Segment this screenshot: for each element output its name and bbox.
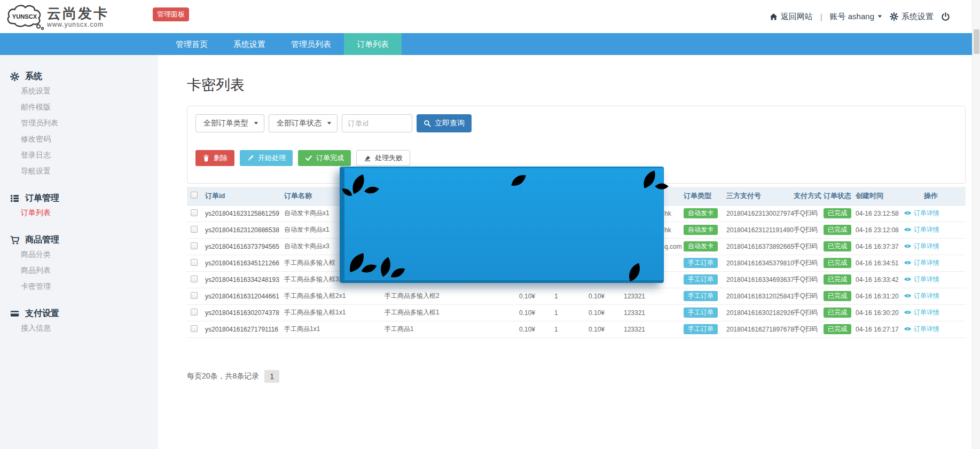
start-process-button[interactable]: 开始处理 [240, 150, 293, 166]
cell-price: 0.10¥ [519, 309, 535, 317]
search-button[interactable]: 立即查询 [417, 114, 472, 132]
header-menu: 返回网站 | 账号 ashang 系统设置 [770, 12, 950, 22]
leaf-icon [624, 262, 645, 282]
home-icon [770, 13, 778, 21]
eye-icon [904, 259, 912, 266]
order-detail-link[interactable]: 订单详情 [904, 325, 939, 334]
eye-icon [904, 309, 912, 316]
cell-qty: 1 [554, 293, 558, 300]
cell-pay-method: 手Q扫码 [794, 325, 818, 333]
sidebar-item-product-list[interactable]: 商品列表 [0, 262, 158, 278]
order-status-badge: 已完成 [824, 258, 851, 268]
row-checkbox[interactable] [191, 325, 198, 332]
system-settings-link[interactable]: 系统设置 [890, 12, 934, 22]
order-complete-button[interactable]: 订单完成 [298, 150, 351, 166]
sidebar-section-label: 商品管理 [25, 234, 59, 246]
column-header-order-status: 订单状态 [821, 187, 853, 205]
order-status-badge: 已完成 [824, 324, 851, 334]
vertical-scrollbar[interactable] [972, 0, 980, 449]
row-checkbox[interactable] [191, 275, 198, 282]
delete-button[interactable]: 删除 [195, 150, 234, 166]
eye-icon [904, 210, 912, 216]
pencil-icon [247, 154, 254, 162]
sidebar-item-mail-template[interactable]: 邮件模版 [0, 99, 158, 115]
order-detail-link[interactable]: 订单详情 [904, 225, 939, 234]
nav-tab-orders[interactable]: 订单列表 [344, 33, 402, 55]
process-fail-button[interactable]: 处理失败 [356, 150, 410, 166]
order-status-select[interactable]: 全部订单状态 [269, 114, 338, 132]
cell-order-id: ys2018041616345121266 [205, 259, 279, 267]
cell-pay-method: 手Q扫码 [794, 292, 818, 300]
search-button-label: 立即查询 [435, 119, 465, 128]
column-header-pay-no: 三方支付号 [724, 187, 791, 205]
order-detail-link[interactable]: 订单详情 [904, 292, 939, 301]
sidebar-item-access-info[interactable]: 接入信息 [0, 320, 158, 336]
nav-tab-home[interactable]: 管理首页 [163, 33, 221, 55]
cell-order-name: 手工商品1x1 [284, 325, 320, 333]
sidebar-item-system-settings[interactable]: 系统设置 [0, 83, 158, 99]
cell-pay-method: 手Q扫码 [794, 209, 818, 217]
logout-button[interactable] [941, 12, 950, 21]
cell-order-id: ys2018041616302074378 [205, 309, 279, 317]
pagination-summary: 每页20条，共8条记录 [187, 372, 259, 381]
order-detail-link[interactable]: 订单详情 [904, 242, 939, 251]
nav-tab-settings[interactable]: 系统设置 [221, 33, 278, 55]
cell-order-name: 手工商品多输入框2x1 [284, 292, 346, 300]
order-row: ys2018041616312044661手工商品多输入框2x1手工商品多输入框… [187, 288, 966, 304]
sidebar-item-nav-settings[interactable]: 导航设置 [0, 163, 158, 179]
cell-pay-no: 2018041616345379810 [726, 259, 794, 267]
order-detail-link[interactable]: 订单详情 [904, 258, 939, 267]
eye-icon [904, 226, 912, 233]
back-to-site-link[interactable]: 返回网站 [770, 12, 813, 22]
chevron-down-icon [327, 121, 332, 125]
scrollbar-thumb[interactable] [974, 29, 979, 54]
eye-icon [904, 293, 912, 299]
column-header-action: 操作 [901, 187, 966, 205]
row-checkbox[interactable] [191, 242, 198, 249]
eye-icon [904, 243, 912, 249]
account-label: 账号 ashang [830, 12, 874, 22]
sidebar-item-admin-list[interactable]: 管理员列表 [0, 115, 158, 131]
brand-name: 云尚发卡 [47, 6, 109, 20]
cell-contact: 123321 [624, 293, 645, 300]
cell-product-name: 手工商品多输入框2 [385, 292, 440, 300]
cell-order-id: ys2018041616373794565 [205, 243, 279, 250]
row-checkbox[interactable] [191, 309, 198, 316]
order-detail-link[interactable]: 订单详情 [904, 308, 939, 317]
sidebar-section-product-manage: 商品管理商品分类商品列表卡密管理 [0, 233, 158, 294]
check-icon [305, 154, 312, 162]
power-icon [941, 12, 950, 21]
cloud-logo-icon: YUNSCX [4, 3, 46, 30]
sidebar-item-product-category[interactable]: 商品分类 [0, 246, 158, 262]
account-dropdown[interactable]: 账号 ashang [830, 12, 882, 22]
order-type-badge: 手工订单 [684, 308, 718, 318]
order-id-input[interactable] [342, 114, 412, 132]
cell-product-name: 手工商品多输入框1 [385, 309, 440, 316]
gear-icon [890, 12, 898, 21]
select-all-checkbox[interactable] [191, 192, 198, 199]
page-number-1[interactable]: 1 [264, 370, 279, 383]
nav-tab-admins[interactable]: 管理员列表 [278, 33, 344, 55]
order-detail-link[interactable]: 订单详情 [904, 275, 939, 284]
row-checkbox[interactable] [191, 259, 198, 266]
row-checkbox[interactable] [191, 209, 198, 216]
cell-pay-no: 2018041616373892665 [726, 243, 794, 250]
row-checkbox[interactable] [191, 226, 198, 233]
order-row: ys2018041616271791116手工商品1x1手工商品10.10¥10… [187, 321, 966, 337]
cell-created: 04-16 23:12:58 [856, 210, 899, 217]
order-type-badge: 手工订单 [684, 274, 718, 285]
sidebar-item-change-password[interactable]: 修改密码 [0, 131, 158, 147]
cell-pay-method: 手Q扫码 [794, 242, 818, 250]
order-detail-label: 订单详情 [914, 292, 939, 301]
sidebar-item-order-list[interactable]: 订单列表 [0, 204, 158, 220]
cell-price: 0.10¥ [519, 326, 535, 333]
order-type-select[interactable]: 全部订单类型 [195, 114, 264, 132]
sidebar-item-card-manage[interactable]: 卡密管理 [0, 278, 158, 294]
order-detail-link[interactable]: 订单详情 [904, 209, 939, 218]
cell-price: 0.10¥ [519, 293, 535, 300]
brand-logo[interactable]: YUNSCX 云尚发卡 www.yunscx.com [4, 3, 109, 30]
row-checkbox[interactable] [191, 292, 198, 299]
sidebar-item-login-log[interactable]: 登录日志 [0, 147, 158, 163]
sidebar: 系统系统设置邮件模版管理员列表修改密码登录日志导航设置订单管理订单列表商品管理商… [0, 55, 158, 449]
start-process-label: 开始处理 [258, 153, 286, 163]
